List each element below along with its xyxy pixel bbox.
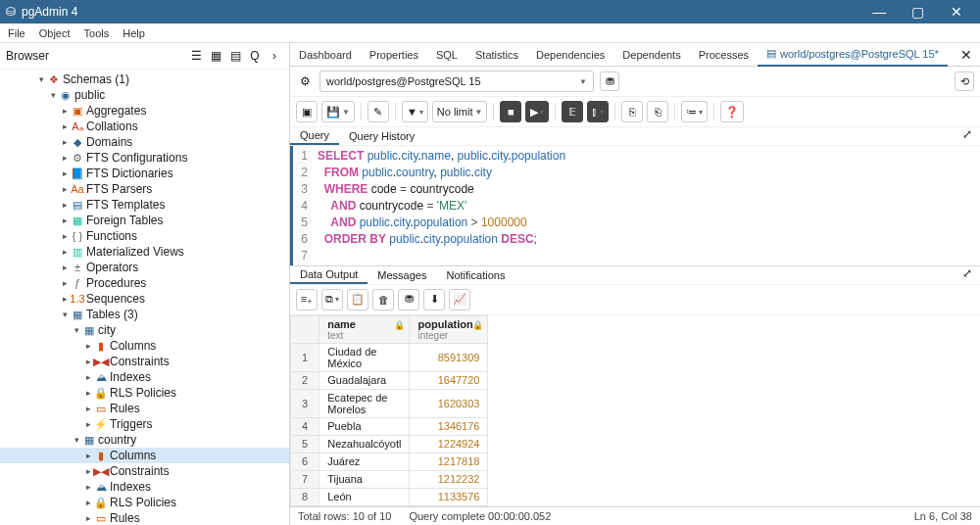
tree-node[interactable]: ▾◉public <box>0 87 289 103</box>
menu-object[interactable]: Object <box>39 27 71 39</box>
connection-db-button[interactable]: ⛃ <box>600 72 619 91</box>
browser-tool-icon[interactable]: ☰ <box>187 47 205 65</box>
tree-node[interactable]: ▸▶◀Constraints <box>0 354 289 369</box>
twisty-icon[interactable]: ▸ <box>59 200 71 210</box>
outtab-notifications[interactable]: Notifications <box>436 266 514 284</box>
add-row-button[interactable]: ≡₊ <box>296 289 318 310</box>
menu-tools[interactable]: Tools <box>84 27 110 39</box>
twisty-icon[interactable]: ▸ <box>59 278 71 288</box>
twisty-icon[interactable]: ▸ <box>82 388 94 398</box>
tree-node[interactable]: ▸▦Foreign Tables <box>0 213 289 228</box>
menu-help[interactable]: Help <box>122 27 145 39</box>
tree-node[interactable]: ▸⚡Triggers <box>0 416 289 432</box>
results-grid[interactable]: name🔒textpopulation🔒integer1Ciudad de Mé… <box>290 315 980 507</box>
close-button[interactable]: ✕ <box>939 4 974 20</box>
limit-select[interactable]: No limit▼ <box>432 101 488 122</box>
graph-button[interactable]: 📈 <box>449 289 470 310</box>
macros-button[interactable]: ≔▾ <box>681 101 708 122</box>
tab-processes[interactable]: Processes <box>690 43 758 67</box>
twisty-icon[interactable]: ▸ <box>59 106 71 116</box>
expand-output-button[interactable]: ⤢ <box>955 266 980 284</box>
tree-node[interactable]: ▾▦Tables (3) <box>0 307 289 322</box>
tree-node[interactable]: ▸▥Materialized Views <box>0 244 289 260</box>
browser-tool-icon[interactable]: ▤ <box>226 47 244 65</box>
twisty-icon[interactable]: ▸ <box>82 404 94 413</box>
tree-node[interactable]: ▸▭Rules <box>0 401 289 416</box>
twisty-icon[interactable]: ▾ <box>71 325 82 335</box>
commit-button[interactable]: ⎘ <box>621 101 643 122</box>
tree-node[interactable]: ▸🔒RLS Policies <box>0 495 289 510</box>
twisty-icon[interactable]: ▾ <box>71 435 82 445</box>
subtab-query-history[interactable]: Query History <box>339 127 424 145</box>
twisty-icon[interactable]: ▸ <box>82 513 94 523</box>
twisty-icon[interactable]: ▸ <box>82 451 94 460</box>
execute-button[interactable]: ▶▾ <box>525 101 549 122</box>
tab-dependents[interactable]: Dependents <box>613 43 689 67</box>
tree-node[interactable]: ▸▮Columns <box>0 338 289 354</box>
sql-editor[interactable]: 1234567 SELECT public.city.name, public.… <box>290 146 980 266</box>
tree-node[interactable]: ▾▦city <box>0 322 289 338</box>
browser-tool-chevron[interactable]: › <box>266 47 283 65</box>
twisty-icon[interactable]: ▸ <box>59 247 71 257</box>
tree-node[interactable]: ▸AₐCollations <box>0 119 289 134</box>
outtab-messages[interactable]: Messages <box>368 266 436 284</box>
tree-node[interactable]: ▾❖Schemas (1) <box>0 72 289 87</box>
tab-dashboard[interactable]: Dashboard <box>290 43 361 67</box>
tree-node[interactable]: ▸AaFTS Parsers <box>0 181 289 197</box>
edit-button[interactable]: ✎ <box>368 101 389 122</box>
save-data-button[interactable]: ⛃ <box>398 289 419 310</box>
open-file-button[interactable]: ▣ <box>296 101 318 122</box>
twisty-icon[interactable]: ▸ <box>82 482 94 492</box>
tree-node[interactable]: ▸⛰Indexes <box>0 479 289 495</box>
twisty-icon[interactable]: ▸ <box>59 168 71 178</box>
expand-editor-button[interactable]: ⤢ <box>955 127 980 145</box>
twisty-icon[interactable]: ▸ <box>82 498 94 507</box>
maximize-button[interactable]: ▢ <box>901 4 936 20</box>
table-row[interactable]: 6Juárez1217818 <box>291 453 488 470</box>
table-row[interactable]: 1Ciudad de México8591309 <box>291 343 488 371</box>
tree-node[interactable]: ▾▦country <box>0 432 289 448</box>
reset-layout-button[interactable]: ⟲ <box>955 72 974 91</box>
table-row[interactable]: 7Tijuana1212232 <box>291 470 488 488</box>
tree-node[interactable]: ▸▤FTS Templates <box>0 197 289 213</box>
twisty-icon[interactable]: ▾ <box>47 90 59 100</box>
tree-node[interactable]: ▸🔒RLS Policies <box>0 385 289 401</box>
connection-select[interactable]: world/postgres@PostgreSQL 15 ▼ <box>319 71 594 92</box>
twisty-icon[interactable]: ▸ <box>59 294 71 304</box>
browser-tool-icon[interactable]: ▦ <box>207 47 224 65</box>
delete-button[interactable]: 🗑 <box>372 289 394 310</box>
table-row[interactable]: 4Puebla1346176 <box>291 417 488 435</box>
minimize-button[interactable]: — <box>861 4 897 20</box>
twisty-icon[interactable]: ▾ <box>35 74 47 84</box>
tree-node[interactable]: ▸⛰Indexes <box>0 369 289 385</box>
twisty-icon[interactable]: ▸ <box>82 419 94 429</box>
twisty-icon[interactable]: ▸ <box>59 121 71 131</box>
menu-file[interactable]: File <box>8 27 25 39</box>
close-tab-button[interactable]: ✕ <box>953 47 980 63</box>
table-row[interactable]: 3Ecatepec de Morelos1620303 <box>291 389 488 417</box>
twisty-icon[interactable]: ▸ <box>59 137 71 147</box>
filter-button[interactable]: ▼▾ <box>402 101 428 122</box>
tab-query-tool[interactable]: ▤world/postgres@PostgreSQL 15* <box>758 43 948 67</box>
table-row[interactable]: 5Nezahualcóyotl1224924 <box>291 435 488 453</box>
twisty-icon[interactable]: ▸ <box>59 231 71 241</box>
outtab-data-output[interactable]: Data Output <box>290 266 368 284</box>
tree-node[interactable]: ▸◆Domains <box>0 134 289 150</box>
tree-node[interactable]: ▸▮Columns <box>0 448 289 463</box>
tree-node[interactable]: ▸▶◀Constraints <box>0 463 289 479</box>
tree-node[interactable]: ▸1.3Sequences <box>0 291 289 307</box>
twisty-icon[interactable]: ▸ <box>59 215 71 225</box>
twisty-icon[interactable]: ▸ <box>82 341 94 351</box>
twisty-icon[interactable]: ▸ <box>59 262 71 272</box>
tree-node[interactable]: ▸ƒProcedures <box>0 275 289 291</box>
save-button[interactable]: 💾▼ <box>321 101 355 122</box>
explain-button[interactable]: 𝔼 <box>562 101 583 122</box>
explain-analyze-button[interactable]: ⫿▾ <box>587 101 609 122</box>
twisty-icon[interactable]: ▸ <box>59 184 71 194</box>
twisty-icon[interactable]: ▸ <box>59 153 71 163</box>
paste-button[interactable]: 📋 <box>347 289 368 310</box>
tab-statistics[interactable]: Statistics <box>466 43 527 67</box>
browser-search-icon[interactable]: Q <box>246 47 264 65</box>
tab-dependencies[interactable]: Dependencies <box>527 43 613 67</box>
tree-node[interactable]: ▸▭Rules <box>0 510 289 525</box>
